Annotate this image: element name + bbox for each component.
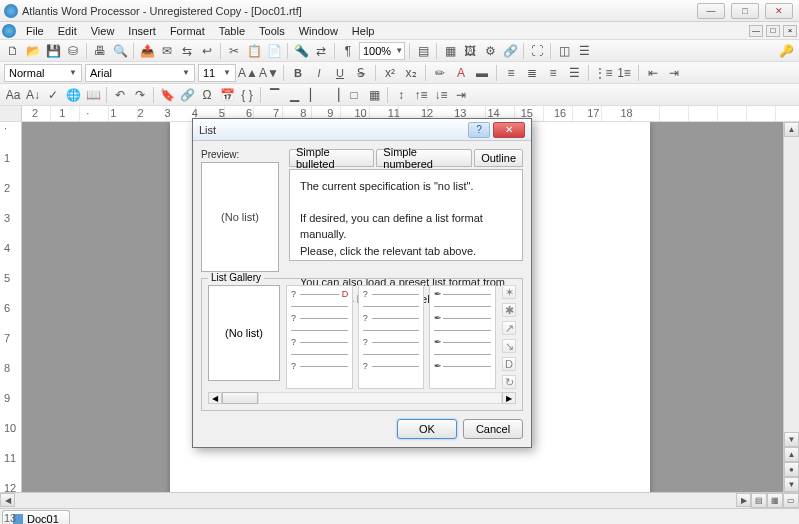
gallery-btn-2[interactable]: ✱ bbox=[502, 303, 516, 317]
columns-icon[interactable]: ▤ bbox=[414, 42, 432, 60]
export-icon[interactable]: 📤 bbox=[138, 42, 156, 60]
border-right-icon[interactable]: ▕ bbox=[325, 86, 343, 104]
font-color-icon[interactable]: A bbox=[452, 64, 470, 82]
fullscreen-icon[interactable]: ⛶ bbox=[528, 42, 546, 60]
table-icon[interactable]: ▦ bbox=[441, 42, 459, 60]
bullets-icon[interactable]: ⋮≡ bbox=[594, 64, 612, 82]
cut-icon[interactable]: ✂ bbox=[225, 42, 243, 60]
save-all-icon[interactable]: ⛁ bbox=[64, 42, 82, 60]
scroll-up-icon[interactable]: ▲ bbox=[784, 122, 799, 137]
undo-icon[interactable]: ↶ bbox=[111, 86, 129, 104]
para-after-icon[interactable]: ↓≡ bbox=[432, 86, 450, 104]
gallery-item-1[interactable]: ?D ? ? ? bbox=[286, 285, 353, 389]
panel-icon[interactable]: ◫ bbox=[555, 42, 573, 60]
ok-button[interactable]: OK bbox=[397, 419, 457, 439]
copy-icon[interactable]: 📋 bbox=[245, 42, 263, 60]
tab-simple-bulleted[interactable]: Simple bulleted bbox=[289, 149, 374, 167]
pilcrow-icon[interactable]: ¶ bbox=[339, 42, 357, 60]
browse-object-icon[interactable]: ● bbox=[784, 462, 799, 477]
find-icon[interactable]: 🔦 bbox=[292, 42, 310, 60]
toc-icon[interactable]: ☰ bbox=[575, 42, 593, 60]
vertical-scrollbar[interactable]: ▲ ▼ ▲ ● ▼ bbox=[783, 122, 799, 492]
bookmark-icon[interactable]: 🔖 bbox=[158, 86, 176, 104]
menu-view[interactable]: View bbox=[84, 25, 122, 37]
revert-icon[interactable]: ↩ bbox=[198, 42, 216, 60]
minimize-button[interactable]: — bbox=[697, 3, 725, 19]
tab-outline[interactable]: Outline bbox=[474, 149, 523, 167]
horizontal-scrollbar[interactable]: ◀ ▶ bbox=[0, 493, 751, 508]
language-icon[interactable]: 🌐 bbox=[64, 86, 82, 104]
scroll-right-icon[interactable]: ▶ bbox=[736, 493, 751, 507]
sort-icon[interactable]: A↓ bbox=[24, 86, 42, 104]
backup-icon[interactable]: ⇆ bbox=[178, 42, 196, 60]
border-all-icon[interactable]: ▦ bbox=[365, 86, 383, 104]
symbol-icon[interactable]: Ω bbox=[198, 86, 216, 104]
thesaurus-icon[interactable]: 📖 bbox=[84, 86, 102, 104]
view-normal-icon[interactable]: ▤ bbox=[751, 493, 767, 508]
hscroll-track[interactable] bbox=[15, 493, 736, 508]
tabs-icon[interactable]: ⇥ bbox=[452, 86, 470, 104]
gallery-item-3[interactable]: ✒ ✒ ✒ ✒ bbox=[429, 285, 496, 389]
help-icon[interactable]: 🔑 bbox=[777, 42, 795, 60]
menu-file[interactable]: File bbox=[19, 25, 51, 37]
image-icon[interactable]: 🖼 bbox=[461, 42, 479, 60]
align-right-icon[interactable]: ≡ bbox=[544, 64, 562, 82]
email-icon[interactable]: ✉ bbox=[158, 42, 176, 60]
new-icon[interactable]: 🗋 bbox=[4, 42, 22, 60]
prev-page-icon[interactable]: ▲ bbox=[784, 447, 799, 462]
menu-window[interactable]: Window bbox=[292, 25, 345, 37]
paste-icon[interactable]: 📄 bbox=[265, 42, 283, 60]
grow-font-icon[interactable]: A▲ bbox=[239, 64, 257, 82]
scroll-track[interactable] bbox=[784, 137, 799, 432]
line-spacing-icon[interactable]: ↕ bbox=[392, 86, 410, 104]
menu-edit[interactable]: Edit bbox=[51, 25, 84, 37]
menu-insert[interactable]: Insert bbox=[121, 25, 163, 37]
fill-color-icon[interactable]: ▬ bbox=[473, 64, 491, 82]
gallery-nolist[interactable]: (No list) bbox=[208, 285, 280, 381]
gallery-scroll-right[interactable]: ▶ bbox=[502, 392, 516, 404]
replace-icon[interactable]: ⇄ bbox=[312, 42, 330, 60]
date-icon[interactable]: 📅 bbox=[218, 86, 236, 104]
highlight-icon[interactable]: ✏ bbox=[431, 64, 449, 82]
gallery-btn-5[interactable]: D bbox=[502, 357, 516, 371]
outdent-icon[interactable]: ⇤ bbox=[644, 64, 662, 82]
subscript-icon[interactable]: x₂ bbox=[402, 64, 420, 82]
close-button[interactable]: ✕ bbox=[765, 3, 793, 19]
para-before-icon[interactable]: ↑≡ bbox=[412, 86, 430, 104]
gallery-item-2[interactable]: ? ? ? ? bbox=[358, 285, 425, 389]
gallery-scrollbar[interactable]: ◀ ▶ bbox=[208, 392, 516, 404]
spellcheck-icon[interactable]: ✓ bbox=[44, 86, 62, 104]
cancel-button[interactable]: Cancel bbox=[463, 419, 523, 439]
redo-icon[interactable]: ↷ bbox=[131, 86, 149, 104]
open-icon[interactable]: 📂 bbox=[24, 42, 42, 60]
scroll-down-icon[interactable]: ▼ bbox=[784, 432, 799, 447]
indent-icon[interactable]: ⇥ bbox=[665, 64, 683, 82]
gear-icon[interactable]: ⚙ bbox=[481, 42, 499, 60]
underline-icon[interactable]: U bbox=[331, 64, 349, 82]
gallery-scroll-left[interactable]: ◀ bbox=[208, 392, 222, 404]
align-center-icon[interactable]: ≣ bbox=[523, 64, 541, 82]
view-print-icon[interactable]: ▦ bbox=[767, 493, 783, 508]
next-page-icon[interactable]: ▼ bbox=[784, 477, 799, 492]
shrink-font-icon[interactable]: A▼ bbox=[260, 64, 278, 82]
italic-icon[interactable]: I bbox=[310, 64, 328, 82]
style-combo[interactable]: Normal▼ bbox=[4, 64, 82, 82]
zoom-combo[interactable]: 100%▼ bbox=[359, 42, 405, 60]
align-left-icon[interactable]: ≡ bbox=[502, 64, 520, 82]
dialog-close-button[interactable]: ✕ bbox=[493, 122, 525, 138]
menu-tools[interactable]: Tools bbox=[252, 25, 292, 37]
print-preview-icon[interactable]: 🔍 bbox=[111, 42, 129, 60]
mdi-restore[interactable]: □ bbox=[766, 25, 780, 37]
border-left-icon[interactable]: ▏ bbox=[305, 86, 323, 104]
size-combo[interactable]: 11▼ bbox=[198, 64, 236, 82]
view-draft-icon[interactable]: ▭ bbox=[783, 493, 799, 508]
hyperlink-icon[interactable]: 🔗 bbox=[178, 86, 196, 104]
strike-icon[interactable]: S̶ bbox=[352, 64, 370, 82]
border-none-icon[interactable]: □ bbox=[345, 86, 363, 104]
dialog-titlebar[interactable]: List ? ✕ bbox=[193, 119, 531, 141]
maximize-button[interactable]: □ bbox=[731, 3, 759, 19]
border-top-icon[interactable]: ▔ bbox=[265, 86, 283, 104]
gallery-btn-4[interactable]: ↘ bbox=[502, 339, 516, 353]
menu-help[interactable]: Help bbox=[345, 25, 382, 37]
justify-icon[interactable]: ☰ bbox=[565, 64, 583, 82]
